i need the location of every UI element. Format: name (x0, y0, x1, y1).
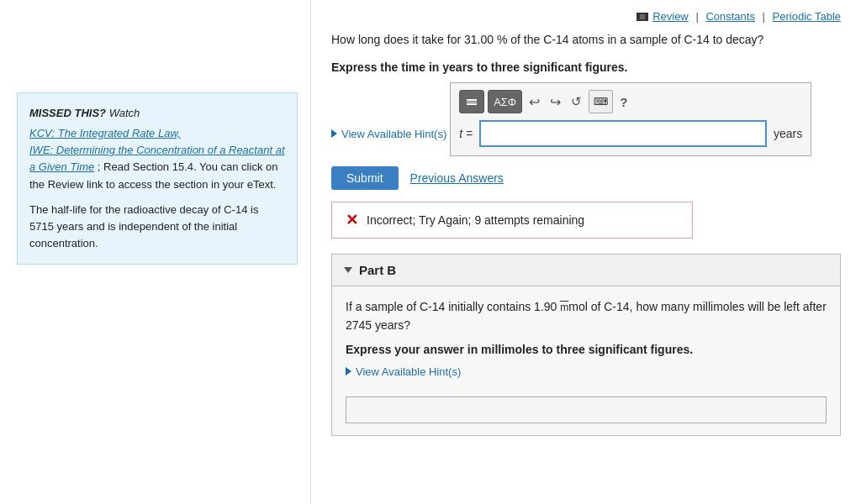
main-content: Review | Constants | Periodic Table How … (311, 0, 861, 504)
question-text: How long does it take for 31.00 % of the… (331, 31, 841, 49)
reset-button[interactable]: ↺ (568, 90, 585, 113)
periodic-table-link[interactable]: Periodic Table (773, 10, 841, 23)
hint-link[interactable]: View Available Hint(s) (331, 128, 446, 140)
missed-this-box: MISSED THIS? Watch KCV: The Integrated R… (17, 92, 298, 265)
part-b-hint-link[interactable]: View Available Hint(s) (346, 365, 461, 378)
error-icon: ✕ (346, 211, 358, 229)
error-message: Incorrect; Try Again; 9 attempts remaini… (367, 213, 584, 227)
top-links: Review | Constants | Periodic Table (331, 10, 841, 23)
sigma-button[interactable]: ΑΣΦ (488, 90, 522, 113)
keyboard-button[interactable]: ⌨ (589, 90, 613, 113)
review-link[interactable]: Review (652, 10, 689, 23)
submit-row: Submit Previous Answers (331, 166, 841, 190)
math-input-container: ΑΣΦ ↩ ↪ ↺ ⌨ ? t = years (450, 82, 811, 156)
error-box: ✕ Incorrect; Try Again; 9 attempts remai… (331, 202, 693, 239)
hint-triangle-icon (331, 129, 337, 138)
math-input-row: t = years (459, 120, 802, 147)
missed-title: MISSED THIS? Watch (29, 105, 285, 122)
half-life-info: The half-life for the radioactive decay … (29, 202, 285, 252)
watch-label: Watch (109, 107, 140, 119)
sidebar: MISSED THIS? Watch KCV: The Integrated R… (0, 0, 311, 504)
review-icon (637, 13, 648, 21)
sidebar-links: KCV: The Integrated Rate Law, IWE: Deter… (29, 125, 285, 193)
part-b-hint-label: View Available Hint(s) (356, 365, 461, 378)
part-b-collapse-icon (344, 267, 352, 273)
part-b-question-text: If a sample of C-14 initially contains 1… (346, 298, 827, 334)
fraction-icon (467, 99, 477, 105)
undo-button[interactable]: ↩ (526, 90, 543, 113)
keyboard-icon: ⌨ (594, 96, 608, 108)
part-b-title: Part B (359, 263, 396, 277)
math-variable-label: t = (459, 127, 473, 140)
constants-link[interactable]: Constants (705, 10, 755, 23)
part-b-header[interactable]: Part B (332, 255, 840, 286)
separator-2: | (763, 10, 765, 23)
previous-answers-button[interactable]: Previous Answers (410, 171, 504, 185)
part-b-section: Part B If a sample of C-14 initially con… (331, 254, 841, 436)
part-b-input-placeholder (346, 396, 827, 423)
part-b-hint-triangle-icon (346, 367, 351, 375)
separator-1: | (695, 10, 698, 23)
part-b-body: If a sample of C-14 initially contains 1… (332, 286, 840, 435)
answer-input[interactable] (479, 120, 767, 147)
unit-label: years (774, 127, 802, 140)
fraction-button[interactable] (459, 90, 484, 113)
submit-button[interactable]: Submit (331, 166, 399, 190)
hint-label: View Available Hint(s) (341, 128, 446, 140)
math-toolbar: ΑΣΦ ↩ ↪ ↺ ⌨ ? (459, 90, 802, 113)
help-button[interactable]: ? (616, 90, 631, 113)
redo-button[interactable]: ↪ (547, 90, 564, 113)
kcv-link[interactable]: KCV: The Integrated Rate Law, (29, 127, 181, 139)
missed-title-text: MISSED THIS? (29, 107, 106, 119)
instruction-text: Express the time in years to three signi… (331, 60, 841, 74)
part-b-instruction: Express your answer in millimoles to thr… (346, 343, 827, 356)
